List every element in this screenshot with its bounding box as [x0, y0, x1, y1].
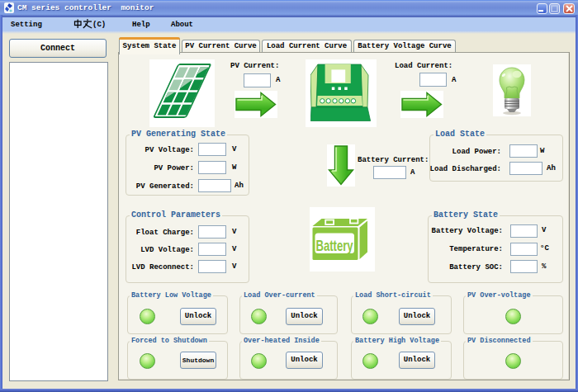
svg-text:Battery: Battery	[316, 237, 353, 254]
